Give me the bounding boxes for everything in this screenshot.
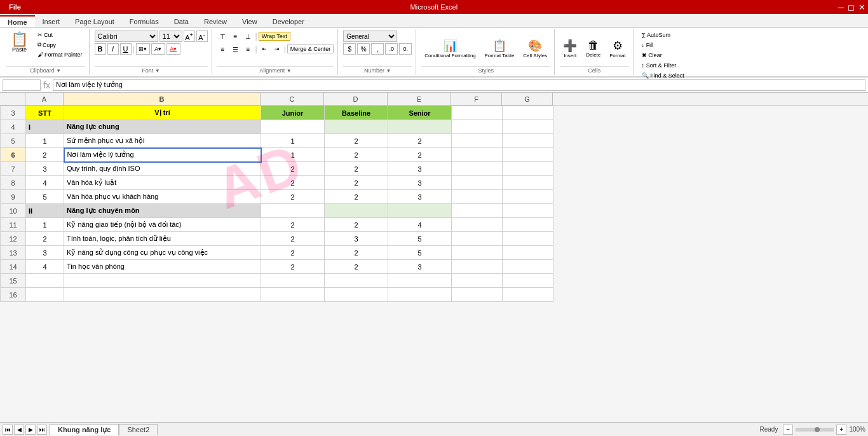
cell-14-4[interactable]: 3 [388,260,452,274]
minimize-icon[interactable]: ─ [838,3,844,12]
row-number-4[interactable]: 4 [1,120,26,134]
tab-data[interactable]: Data [166,15,196,27]
cell-8-5[interactable] [452,176,503,190]
cell-reference-box[interactable]: B6 [3,79,41,91]
cell-5-6[interactable] [503,134,553,148]
cell-4-6[interactable] [503,120,553,134]
cell-15-0[interactable] [26,274,64,288]
col-header-B[interactable]: B [64,93,261,105]
cell-9-2[interactable]: 2 [261,190,325,204]
cell-14-5[interactable] [452,260,503,274]
cell-12-2[interactable]: 2 [261,232,325,246]
cell-4-2[interactable] [261,120,325,134]
cell-6-3[interactable]: 2 [325,148,388,162]
cell-5-4[interactable]: 2 [388,134,452,148]
cell-13-4[interactable]: 5 [388,246,452,260]
cell-16-4[interactable] [388,288,452,302]
cell-9-1[interactable]: Văn hóa phục vụ khách hàng [64,190,261,204]
cell-9-0[interactable]: 5 [26,190,64,204]
cell-8-3[interactable]: 2 [325,176,388,190]
cell-10-3[interactable] [325,204,388,218]
cell-10-2[interactable] [261,204,325,218]
autosum-button[interactable]: ∑ AutoSum [639,31,707,39]
fill-color-button[interactable]: A▾ [151,43,165,55]
decrease-font-button[interactable]: A- [196,31,208,42]
row-number-16[interactable]: 16 [1,288,26,302]
col-header-F[interactable]: F [451,93,502,105]
tab-view[interactable]: View [234,15,265,27]
row-number-3[interactable]: 3 [1,106,26,120]
sheet-tab-active[interactable]: Khung năng lực [50,424,119,435]
align-center-button[interactable]: ☰ [230,43,241,55]
font-name-select[interactable]: Calibri [95,31,158,42]
row-number-5[interactable]: 5 [1,134,26,148]
prev-sheet-button[interactable]: ◀ [14,425,24,435]
cell-6-1[interactable]: Nơi làm việc lý tưởng [64,148,261,162]
align-bottom-button[interactable]: ⊥ [243,31,254,42]
cell-11-4[interactable]: 4 [388,218,452,232]
cell-15-4[interactable] [388,274,452,288]
row-number-13[interactable]: 13 [1,246,26,260]
cell-11-2[interactable]: 2 [261,218,325,232]
cell-16-0[interactable] [26,288,64,302]
cell-12-0[interactable]: 2 [26,232,64,246]
cell-6-2[interactable]: 1 [261,148,325,162]
col-header-C[interactable]: C [261,93,324,105]
delete-button[interactable]: 🗑 Delete [583,37,604,60]
next-sheet-button[interactable]: ▶ [25,425,36,435]
wrap-text-button[interactable]: Wrap Text [259,32,290,41]
align-right-button[interactable]: ≡ [243,43,254,55]
cell-7-4[interactable]: 3 [388,162,452,176]
cell-14-1[interactable]: Tin học văn phòng [64,260,261,274]
align-middle-button[interactable]: ≡ [230,31,241,42]
cell-7-2[interactable]: 2 [261,162,325,176]
row-number-7[interactable]: 7 [1,162,26,176]
row-number-15[interactable]: 15 [1,274,26,288]
cell-6-0[interactable]: 2 [26,148,64,162]
cell-11-5[interactable] [452,218,503,232]
cell-11-0[interactable]: 1 [26,218,64,232]
zoom-in-button[interactable]: + [836,425,846,435]
cell-8-6[interactable] [503,176,553,190]
font-color-button[interactable]: A▾ [166,43,180,55]
conditional-formatting-button[interactable]: 📊 Conditional Formatting [421,37,478,60]
zoom-out-button[interactable]: − [783,425,793,435]
cell-4-0[interactable]: I [26,120,64,134]
first-sheet-button[interactable]: ⏮ [3,425,13,435]
cell-8-2[interactable]: 2 [261,176,325,190]
cell-10-4[interactable] [388,204,452,218]
file-menu-button[interactable]: File [3,2,27,12]
cell-15-3[interactable] [325,274,388,288]
indent-decrease-button[interactable]: ⇤ [259,43,270,55]
cell-15-5[interactable] [452,274,503,288]
cell-7-1[interactable]: Quy trình, quy định ISO [64,162,261,176]
paste-button[interactable]: 📋 Paste [6,31,32,55]
cell-9-5[interactable] [452,190,503,204]
cell-4-4[interactable] [388,120,452,134]
col-header-D[interactable]: D [324,93,388,105]
row-number-14[interactable]: 14 [1,260,26,274]
cell-styles-button[interactable]: 🎨 Cell Styles [520,37,550,60]
underline-button[interactable]: U [120,43,132,55]
cell-3-3[interactable]: Baseline [325,106,388,120]
fill-button[interactable]: ↓ Fill [639,41,707,50]
clear-button[interactable]: ✖ Clear [639,51,707,60]
increase-font-button[interactable]: A+ [184,31,195,42]
cell-16-2[interactable] [261,288,325,302]
cell-10-0[interactable]: II [26,204,64,218]
restore-icon[interactable]: ◻ [848,3,855,12]
row-number-6[interactable]: 6 [1,148,26,162]
tab-insert[interactable]: Insert [35,15,68,27]
cell-12-3[interactable]: 3 [325,232,388,246]
cell-4-3[interactable] [325,120,388,134]
cell-5-2[interactable]: 1 [261,134,325,148]
cell-11-1[interactable]: Kỹ năng giao tiếp (nội bộ và đối tác) [64,218,261,232]
merge-center-button[interactable]: Merge & Center [287,44,334,53]
cut-button[interactable]: ✂ Cut [35,31,85,39]
cell-3-4[interactable]: Senior [388,106,452,120]
cell-14-3[interactable]: 2 [325,260,388,274]
cell-8-1[interactable]: Văn hóa kỷ luật [64,176,261,190]
bold-button[interactable]: B [95,43,106,55]
sheet-tab-2[interactable]: Sheet2 [119,424,158,435]
cell-3-0[interactable]: STT [26,106,64,120]
